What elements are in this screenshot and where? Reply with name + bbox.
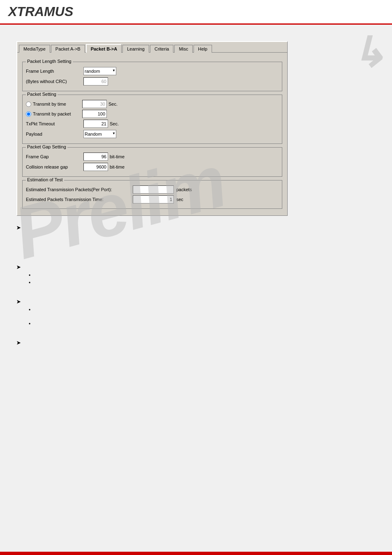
- transmit-by-packet-radio[interactable]: [26, 111, 31, 117]
- arrow-bullet-2: [16, 264, 376, 270]
- transmit-by-packet-row: Transmit by packet: [26, 110, 279, 118]
- estimation-group: Estimation of Test Estimated Transmissio…: [22, 180, 282, 209]
- collision-release-row: Collision release gap bit-time: [26, 163, 279, 171]
- payload-row: Payload Random: [26, 130, 279, 138]
- estimation-title: Estimation of Test: [26, 177, 64, 182]
- transmit-by-packet-input[interactable]: [82, 110, 107, 118]
- logo-x: X: [8, 4, 17, 19]
- packet-length-setting-inner: Packet Length Setting Frame Length rando…: [26, 67, 279, 86]
- collision-release-input[interactable]: [83, 163, 108, 171]
- packet-gap-setting-group: Packet Gap Setting Frame Gap bit-time Co…: [22, 147, 282, 177]
- transmit-by-packet-label: Transmit by packet: [33, 111, 82, 116]
- collision-release-label: Collision release gap: [26, 164, 83, 169]
- arrow-bullet-3: [16, 298, 376, 305]
- transmit-by-time-radio[interactable]: [26, 102, 31, 107]
- logo: XTRAMUS: [8, 4, 73, 19]
- transmit-by-time-input[interactable]: [82, 100, 107, 108]
- frame-gap-input[interactable]: [83, 153, 108, 161]
- body-section-3: [16, 298, 376, 327]
- main-content: MediaType Packet A->B Packet B->A Learni…: [0, 25, 392, 361]
- estimated-tx-packets-row: Estimated Transmission Packets(Per Port)…: [26, 185, 279, 194]
- bytes-crc-label: (Bytes without CRC): [26, 79, 83, 84]
- estimated-tx-time-row: Estimated Packets Transmission Time: sec: [26, 195, 279, 204]
- bullet-3-2: [29, 321, 376, 327]
- payload-select[interactable]: Random: [83, 130, 116, 138]
- bullet-2-2: [29, 280, 376, 286]
- txpkt-timeout-unit: Sec.: [110, 121, 119, 126]
- packet-gap-inner: Frame Gap bit-time Collision release gap…: [26, 153, 279, 171]
- bytes-crc-input[interactable]: [83, 77, 108, 86]
- body-section-2: [16, 264, 376, 286]
- tab-bar: MediaType Packet A->B Packet B->A Learni…: [17, 42, 287, 53]
- dialog-panel: MediaType Packet A->B Packet B->A Learni…: [16, 41, 288, 216]
- header: XTRAMUS: [0, 0, 392, 25]
- txpkt-timeout-row: TxPkt Timeout Sec.: [26, 120, 279, 128]
- body-section-1: [16, 224, 376, 231]
- frame-gap-row: Frame Gap bit-time: [26, 153, 279, 161]
- frame-length-row: Frame Length random: [26, 67, 279, 75]
- estimation-inner: Estimated Transmission Packets(Per Port)…: [26, 185, 279, 204]
- bytes-crc-row: (Bytes without CRC): [26, 77, 279, 86]
- frame-gap-label: Frame Gap: [26, 154, 83, 159]
- tab-learning[interactable]: Learning: [122, 45, 149, 53]
- panel-content: Packet Length Setting Frame Length rando…: [17, 53, 287, 215]
- packet-setting-title: Packet Setting: [26, 92, 58, 97]
- frame-length-select-wrapper[interactable]: random: [83, 67, 116, 75]
- body-section-4: [16, 339, 376, 346]
- packet-length-setting-group: Packet Length Setting Frame Length rando…: [22, 62, 282, 91]
- txpkt-timeout-input[interactable]: [83, 120, 108, 128]
- tab-misc[interactable]: Misc: [174, 45, 193, 53]
- tab-criteria[interactable]: Criteria: [150, 45, 173, 53]
- bullet-3-1: [29, 307, 376, 313]
- transmit-by-time-unit: Sec.: [108, 102, 118, 106]
- frame-length-label: Frame Length: [26, 69, 83, 74]
- tab-packet-ba[interactable]: Packet B->A: [86, 44, 122, 53]
- frame-length-select[interactable]: random: [83, 67, 116, 75]
- packet-gap-title: Packet Gap Setting: [26, 144, 67, 149]
- collision-release-unit: bit-time: [110, 164, 125, 169]
- footer: [0, 552, 392, 555]
- transmit-by-time-label: Transmit by time: [33, 102, 82, 106]
- tab-packet-ab[interactable]: Packet A->B: [51, 45, 85, 53]
- estimated-tx-packets-unit: packets: [176, 187, 192, 192]
- txpkt-timeout-label: TxPkt Timeout: [26, 121, 83, 126]
- transmit-by-time-row: Transmit by time Sec.: [26, 100, 279, 108]
- arrow-bullet-4: [16, 339, 376, 346]
- packet-length-title: Packet Length Setting: [26, 59, 73, 64]
- estimated-tx-time-input[interactable]: [133, 195, 174, 204]
- estimated-tx-packets-input[interactable]: [133, 185, 174, 194]
- logo-rest: TRAMUS: [17, 4, 73, 19]
- estimated-tx-time-unit: sec: [176, 197, 183, 202]
- packet-setting-group: Packet Setting Transmit by time Sec. Tra…: [22, 95, 282, 144]
- estimated-tx-packets-label: Estimated Transmission Packets(Per Port)…: [26, 187, 133, 192]
- packet-setting-inner: Transmit by time Sec. Transmit by packet…: [26, 100, 279, 138]
- estimated-tx-time-label: Estimated Packets Transmission Time:: [26, 197, 133, 202]
- payload-select-wrapper[interactable]: Random: [83, 130, 116, 138]
- arrow-bullet-1: [16, 224, 376, 231]
- bullet-2-1: [29, 273, 376, 278]
- tab-help[interactable]: Help: [194, 45, 212, 53]
- tab-mediatype[interactable]: MediaType: [19, 45, 50, 53]
- frame-gap-unit: bit-time: [110, 154, 125, 159]
- payload-label: Payload: [26, 132, 83, 136]
